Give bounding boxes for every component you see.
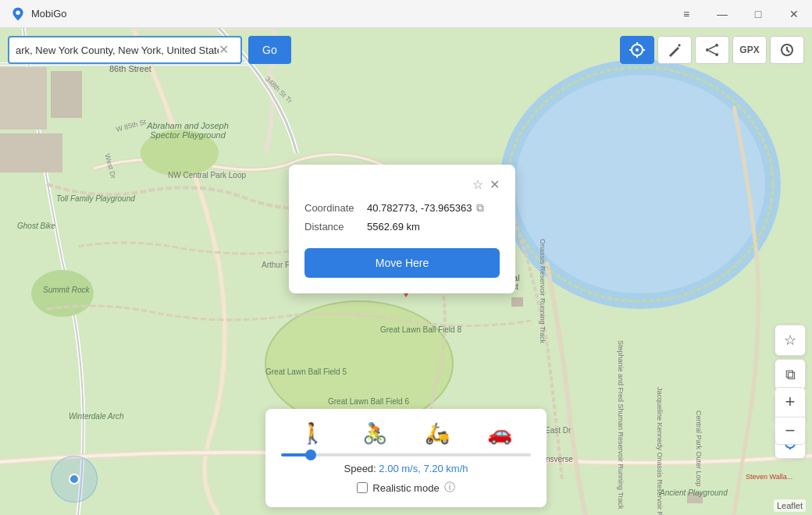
zoom-out-button[interactable]: −	[775, 417, 806, 445]
zoom-in-button[interactable]: +	[775, 387, 806, 415]
distance-value: 5562.69 km	[367, 221, 420, 233]
search-input-wrap[interactable]: ✕	[8, 36, 242, 64]
share-icon	[704, 42, 720, 58]
svg-point-10	[141, 130, 219, 176]
pen-icon	[667, 42, 682, 58]
svg-point-24	[636, 48, 639, 52]
minimize-button[interactable]: —	[704, 0, 740, 28]
svg-rect-13	[51, 71, 82, 118]
gpx-button[interactable]: GPX	[732, 36, 767, 64]
window-controls: ≡ — □ ✕	[668, 0, 812, 28]
svg-point-1	[16, 10, 20, 15]
popup-header: ☆ ✕	[304, 177, 500, 192]
svg-line-28	[709, 46, 715, 49]
transport-mode-icons: 🚶 🚴 🛵 🚗	[281, 421, 531, 446]
close-button[interactable]: ✕	[776, 0, 812, 28]
distance-label: Distance	[304, 221, 367, 233]
app-title: MobiGo	[31, 8, 67, 20]
toolbar-right: GPX	[620, 36, 804, 64]
speed-slider-wrap	[281, 453, 531, 456]
distance-row: Distance 5562.69 km	[304, 221, 500, 233]
menu-button[interactable]: ≡	[668, 0, 704, 28]
route-button[interactable]	[657, 36, 692, 64]
svg-rect-14	[0, 133, 62, 172]
copy-coordinate-icon[interactable]: ⧉	[476, 201, 484, 215]
svg-point-25	[715, 44, 718, 47]
app-logo-icon	[9, 5, 27, 23]
bike-icon[interactable]: 🚴	[362, 421, 387, 446]
search-input[interactable]	[16, 44, 219, 56]
leaflet-attribution: Leaflet	[774, 499, 806, 512]
svg-point-4	[515, 75, 765, 293]
crosshair-icon	[629, 42, 645, 58]
favorite-panel-button[interactable]: ☆	[775, 325, 806, 356]
map-container[interactable]: 86th Street Abraham and JosephSpector Pl…	[0, 28, 812, 515]
svg-rect-12	[0, 67, 47, 130]
popup-favorite-button[interactable]: ☆	[472, 177, 483, 192]
svg-rect-16	[687, 492, 703, 503]
coordinate-value: 40.782773, -73.965363 ⧉	[367, 201, 484, 215]
search-bar: ✕ Go	[8, 36, 291, 64]
realistic-mode-checkbox[interactable]	[357, 482, 368, 493]
speed-text: Speed: 2.00 m/s, 7.20 km/h	[281, 463, 531, 474]
realistic-info-icon[interactable]: ⓘ	[444, 481, 455, 495]
walk-icon[interactable]: 🚶	[300, 421, 325, 446]
speed-value: 2.00 m/s, 7.20 km/h	[379, 463, 468, 474]
svg-point-8	[265, 301, 453, 426]
popup-close-button[interactable]: ✕	[490, 177, 500, 192]
scooter-icon[interactable]: 🛵	[425, 421, 450, 446]
svg-point-26	[715, 53, 718, 56]
maximize-button[interactable]: □	[740, 0, 776, 28]
realistic-mode-row: Realistic mode ⓘ	[281, 481, 531, 495]
zoom-controls: + −	[775, 387, 806, 445]
history-icon	[779, 42, 795, 58]
teleport-button[interactable]	[620, 36, 654, 64]
move-here-button[interactable]: Move Here	[304, 248, 500, 278]
app-logo: MobiGo	[9, 5, 67, 23]
car-icon[interactable]: 🚗	[487, 421, 512, 446]
coordinate-popup: ☆ ✕ Coordinate 40.782773, -73.965363 ⧉ D…	[289, 165, 515, 293]
coordinate-row: Coordinate 40.782773, -73.965363 ⧉	[304, 201, 500, 215]
speed-slider[interactable]	[281, 453, 531, 456]
realistic-mode-label: Realistic mode	[372, 482, 439, 494]
svg-rect-15	[511, 297, 523, 307]
svg-point-27	[706, 48, 709, 52]
history-button[interactable]	[770, 36, 804, 64]
titlebar: MobiGo ≡ — □ ✕	[0, 0, 812, 28]
search-clear-icon[interactable]: ✕	[219, 44, 229, 56]
share-button[interactable]	[695, 36, 729, 64]
svg-line-29	[709, 51, 715, 54]
svg-point-9	[31, 270, 94, 317]
layers-panel-button[interactable]: ⧉	[775, 359, 806, 390]
go-button[interactable]: Go	[248, 36, 291, 64]
transport-panel: 🚶 🚴 🛵 🚗 Speed: 2.00 m/s, 7.20 km/h Reali…	[265, 409, 547, 507]
coordinate-label: Coordinate	[304, 202, 367, 214]
